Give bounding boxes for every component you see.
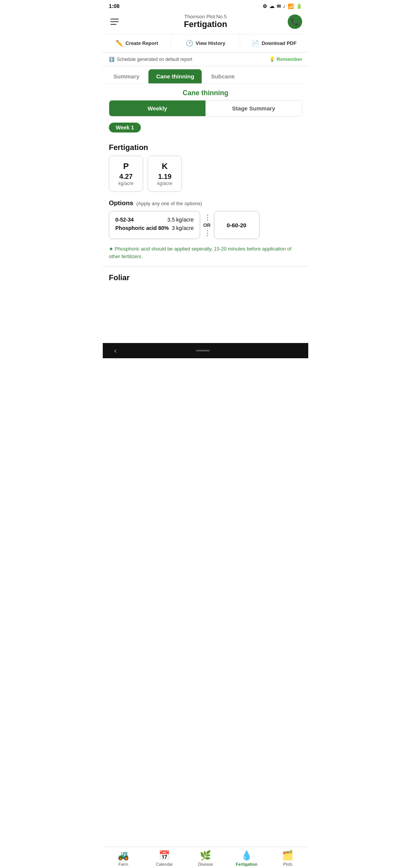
info-message: ℹ️ Schedule generated on default report [109, 57, 192, 62]
status-icons: ⚙ ☁ ✉ ♪ 📶 🔋 [263, 3, 303, 9]
weekly-toggle[interactable]: Weekly [109, 101, 206, 116]
app-header: Thomson Plot No.5 Fertigation 📞 [103, 11, 308, 34]
options-list: 0-52-34 3.5 kg/acre Phosphoric acid 80% … [103, 211, 308, 244]
support-icon: 📞 [291, 18, 299, 26]
download-pdf-icon: 📄 [252, 40, 259, 47]
create-report-button[interactable]: ✏️ Create Report [103, 34, 171, 52]
info-bar: ℹ️ Schedule generated on default report … [103, 53, 308, 66]
page-title: Fertigation [123, 19, 288, 29]
nutrient-card-p: P 4.27 kg/acre [109, 156, 143, 192]
nutrient-cards: P 4.27 kg/acre K 1.19 kg/acre [103, 156, 308, 198]
create-report-label: Create Report [126, 40, 158, 46]
stage-summary-toggle[interactable]: Stage Summary [206, 101, 302, 116]
tab-summary[interactable]: Summary [106, 69, 147, 83]
support-button[interactable]: 📞 [288, 14, 302, 29]
create-report-icon: ✏️ [116, 40, 123, 47]
tabs-row: Summary Cane thinning Subcane [103, 66, 308, 84]
or-divider: ⋮ OR ⋮ [200, 211, 214, 239]
options-heading: Options (Apply any one of the options) [103, 198, 308, 211]
download-pdf-button[interactable]: 📄 Download PDF [240, 34, 308, 52]
menu-button[interactable] [109, 14, 123, 29]
tab-cane-thinning[interactable]: Cane thinning [148, 69, 202, 83]
plot-name: Thomson Plot No.5 [123, 14, 288, 19]
option-card-2: 0-60-20 [214, 211, 260, 239]
status-bar: 1:08 ⚙ ☁ ✉ ♪ 📶 🔋 [103, 0, 308, 11]
tab-subcane[interactable]: Subcane [203, 69, 242, 83]
action-row: ✏️ Create Report 🕐 View History 📄 Downlo… [103, 34, 308, 53]
view-history-button[interactable]: 🕐 View History [171, 34, 240, 52]
warning-text: ★ Phosphoric acid should be applied sepe… [109, 245, 302, 260]
main-content: Cane thinning Weekly Stage Summary Week … [103, 84, 308, 343]
view-history-label: View History [196, 40, 225, 46]
option-card-1: 0-52-34 3.5 kg/acre Phosphoric acid 80% … [109, 211, 200, 239]
cane-thinning-label: Cane thinning [103, 84, 308, 100]
info-icon: ℹ️ [109, 57, 115, 62]
view-history-icon: 🕐 [186, 40, 193, 47]
status-time: 1:08 [109, 3, 119, 9]
back-button[interactable]: ‹ [114, 347, 116, 355]
download-pdf-label: Download PDF [261, 40, 296, 46]
section-divider [103, 266, 308, 266]
remember-button[interactable]: 💡 Remember [269, 56, 302, 62]
week-badge: Week 1 [103, 123, 308, 139]
option-row-1: 0-52-34 3.5 kg/acre [115, 217, 194, 223]
option-row-2: Phosphoric acid 80% 3 kg/acre [115, 225, 194, 231]
home-indicator[interactable] [196, 350, 210, 351]
fertigation-heading: Fertigation [103, 139, 308, 156]
header-center: Thomson Plot No.5 Fertigation [123, 14, 288, 29]
remember-icon: 💡 [269, 56, 275, 62]
view-toggle: Weekly Stage Summary [109, 100, 302, 116]
foliar-heading: Foliar [103, 270, 308, 305]
warning-box: ★ Phosphoric acid should be applied sepe… [109, 245, 302, 260]
system-bar: ‹ [103, 343, 308, 358]
nutrient-card-k: K 1.19 kg/acre [148, 156, 182, 192]
